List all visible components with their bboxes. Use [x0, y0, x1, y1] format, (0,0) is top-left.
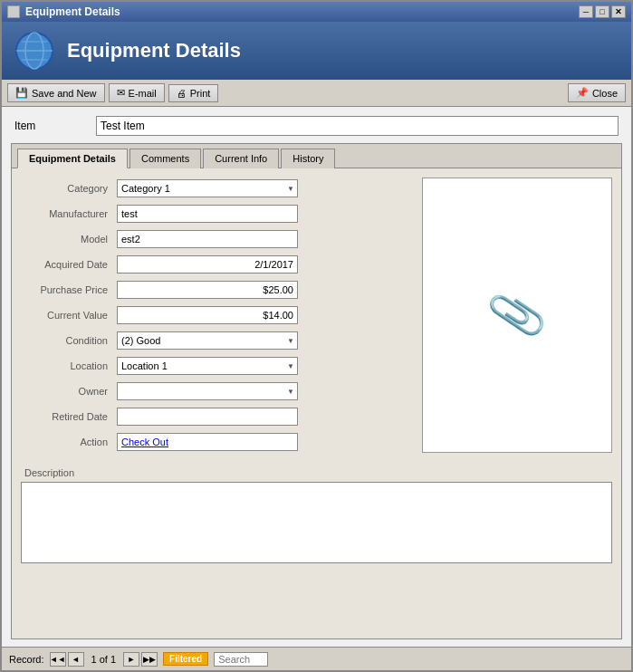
next-record-button[interactable]: ►	[123, 652, 139, 667]
model-row: Model	[21, 228, 404, 250]
item-row: Item	[11, 114, 622, 138]
tab-comments[interactable]: Comments	[129, 149, 201, 168]
image-panel: 📎	[422, 178, 612, 453]
tabs-bar: Equipment Details Comments Current Info …	[12, 144, 621, 168]
close-button[interactable]: 📌 Close	[568, 83, 626, 102]
filtered-badge: Filtered	[163, 652, 208, 666]
category-select-wrapper: Category 1 Category 2	[117, 179, 298, 197]
model-input[interactable]	[117, 230, 298, 248]
search-input[interactable]	[214, 652, 268, 667]
condition-row: Condition (1) Excellent (2) Good (3) Fai…	[21, 330, 404, 351]
tabs-container: Equipment Details Comments Current Info …	[11, 143, 622, 639]
content-area: Item Equipment Details Comments Current …	[2, 107, 631, 647]
header-title: Equipment Details	[67, 39, 241, 62]
prev-record-button[interactable]: ◄	[68, 652, 84, 667]
title-bar: Equipment Details ─ □ ✕	[2, 2, 631, 22]
item-label: Item	[14, 120, 87, 132]
print-icon: 🖨	[177, 88, 187, 99]
category-select[interactable]: Category 1 Category 2	[117, 179, 298, 197]
record-nav: ◄◄ ◄ 1 of 1 ► ▶▶	[50, 652, 158, 667]
current-value-input[interactable]	[117, 306, 298, 324]
email-button[interactable]: ✉ E-mail	[109, 83, 165, 102]
restore-button[interactable]: □	[595, 5, 609, 18]
owner-select-wrapper	[117, 382, 298, 400]
save-icon: 💾	[15, 87, 28, 99]
tab-equipment-details[interactable]: Equipment Details	[17, 149, 128, 168]
acquired-date-label: Acquired Date	[21, 259, 111, 270]
toolbar: 💾 Save and New ✉ E-mail 🖨 Print 📌 Close	[2, 80, 631, 107]
purchase-price-label: Purchase Price	[21, 284, 111, 295]
action-field: Check Out	[117, 433, 298, 451]
email-label: E-mail	[129, 88, 157, 99]
description-label: Description	[21, 467, 612, 478]
action-row: Action Check Out	[21, 431, 404, 453]
save-and-new-label: Save and New	[32, 88, 97, 99]
category-row: Category Category 1 Category 2	[21, 178, 404, 199]
tab-current-info[interactable]: Current Info	[203, 149, 279, 168]
window-title: Equipment Details	[25, 5, 120, 18]
current-value-label: Current Value	[21, 310, 111, 321]
model-label: Model	[21, 234, 111, 245]
record-label: Record:	[9, 654, 44, 665]
acquired-date-input[interactable]	[117, 255, 298, 274]
owner-select[interactable]	[117, 382, 298, 400]
window-close-button[interactable]: ✕	[611, 5, 626, 18]
location-select[interactable]: Location 1 Location 2	[117, 357, 298, 375]
print-button[interactable]: 🖨 Print	[168, 84, 219, 102]
manufacturer-input[interactable]	[117, 205, 298, 223]
globe-icon	[13, 29, 56, 72]
condition-select-wrapper: (1) Excellent (2) Good (3) Fair (4) Poor	[117, 331, 298, 350]
description-input[interactable]	[21, 482, 612, 563]
retired-date-input[interactable]	[117, 408, 298, 426]
check-out-link[interactable]: Check Out	[121, 437, 168, 447]
last-record-button[interactable]: ▶▶	[141, 652, 158, 667]
paperclip-icon: 📎	[484, 283, 550, 347]
print-label: Print	[190, 88, 211, 99]
retired-date-row: Retired Date	[21, 406, 404, 427]
tab-history[interactable]: History	[281, 149, 335, 168]
purchase-price-row: Purchase Price	[21, 279, 404, 301]
title-bar-left: Equipment Details	[7, 5, 120, 18]
item-input[interactable]	[96, 116, 619, 136]
email-icon: ✉	[117, 87, 125, 99]
description-section: Description	[21, 467, 612, 563]
window-icon	[7, 5, 20, 18]
title-bar-controls: ─ □ ✕	[579, 5, 626, 18]
close-icon: 📌	[576, 87, 589, 99]
location-row: Location Location 1 Location 2	[21, 355, 404, 377]
acquired-date-row: Acquired Date	[21, 254, 404, 275]
owner-row: Owner	[21, 380, 404, 402]
action-label: Action	[21, 437, 111, 447]
retired-date-label: Retired Date	[21, 411, 111, 422]
minimize-button[interactable]: ─	[579, 5, 593, 18]
condition-select[interactable]: (1) Excellent (2) Good (3) Fair (4) Poor	[117, 331, 298, 350]
current-value-row: Current Value	[21, 304, 404, 326]
status-bar: Record: ◄◄ ◄ 1 of 1 ► ▶▶ Filtered	[2, 647, 631, 670]
header-banner: Equipment Details	[2, 22, 631, 80]
manufacturer-label: Manufacturer	[21, 208, 111, 219]
close-label: Close	[592, 88, 618, 99]
purchase-price-input[interactable]	[117, 281, 298, 299]
owner-label: Owner	[21, 386, 111, 397]
form-section: Category Category 1 Category 2 Manufactu…	[21, 178, 612, 453]
save-and-new-button[interactable]: 💾 Save and New	[7, 83, 105, 102]
location-label: Location	[21, 360, 111, 371]
equipment-details-tab-content: Category Category 1 Category 2 Manufactu…	[12, 168, 621, 638]
first-record-button[interactable]: ◄◄	[50, 652, 66, 667]
category-label: Category	[21, 183, 111, 194]
condition-label: Condition	[21, 335, 111, 346]
location-select-wrapper: Location 1 Location 2	[117, 357, 298, 375]
main-window: Equipment Details ─ □ ✕ Equipment Detail…	[0, 0, 633, 672]
record-info: 1 of 1	[86, 654, 122, 665]
form-fields: Category Category 1 Category 2 Manufactu…	[21, 178, 404, 453]
manufacturer-row: Manufacturer	[21, 203, 404, 225]
